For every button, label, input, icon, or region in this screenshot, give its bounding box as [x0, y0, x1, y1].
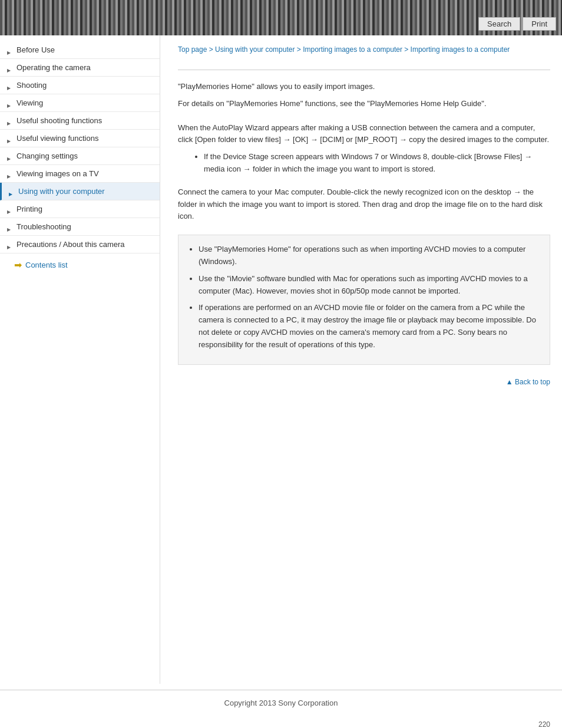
- sidebar-item-changing-settings[interactable]: Changing settings: [0, 147, 160, 165]
- sidebar-item-precautions[interactable]: Precautions / About this camera: [0, 236, 160, 253]
- search-button[interactable]: Search: [478, 17, 520, 31]
- intro-text1: "PlayMemories Home" allows you to easily…: [178, 81, 550, 93]
- sidebar-label-printing: Printing: [16, 205, 42, 213]
- content-area: Top page > Using with your computer > Im…: [160, 35, 562, 684]
- breadcrumb-sep3: >: [404, 45, 410, 54]
- arrow-icon: [7, 47, 13, 53]
- note-item-3: If operations are performed on an AVCHD …: [199, 302, 539, 351]
- note-item-2: Use the "iMovie" software bundled with M…: [199, 273, 539, 298]
- sidebar-label-viewing: Viewing: [16, 98, 43, 107]
- sidebar-label-operating-camera: Operating the camera: [16, 63, 91, 72]
- breadcrumb-sep2: >: [297, 45, 303, 54]
- arrow-icon: [7, 118, 13, 124]
- sidebar-item-troubleshooting[interactable]: Troubleshooting: [0, 218, 160, 236]
- header: Search Print: [0, 0, 562, 35]
- mac-text: Connect the camera to your Mac computer.…: [178, 186, 550, 223]
- breadcrumb: Top page > Using with your computer > Im…: [178, 35, 550, 64]
- header-button-group: Search Print: [478, 17, 556, 31]
- sidebar-item-using-computer[interactable]: Using with your computer: [0, 183, 160, 200]
- mac-section: Connect the camera to your Mac computer.…: [178, 186, 550, 223]
- arrow-icon: [7, 65, 13, 71]
- arrow-icon: [9, 189, 15, 195]
- arrow-icon: [7, 242, 13, 248]
- breadcrumb-top-page[interactable]: Top page: [178, 45, 207, 54]
- intro-section: "PlayMemories Home" allows you to easily…: [178, 81, 550, 110]
- sidebar-item-shooting[interactable]: Shooting: [0, 77, 160, 94]
- sidebar-label-precautions: Precautions / About this camera: [16, 240, 125, 249]
- arrow-icon: [7, 83, 13, 88]
- section-divider: [178, 70, 550, 70]
- footer: Copyright 2013 Sony Corporation: [0, 690, 562, 716]
- breadcrumb-importing-images[interactable]: Importing images to a computer: [303, 45, 402, 54]
- sidebar-item-viewing-tv[interactable]: Viewing images on a TV: [0, 165, 160, 183]
- windows-text: When the AutoPlay Wizard appears after m…: [178, 122, 550, 147]
- windows-section: When the AutoPlay Wizard appears after m…: [178, 122, 550, 176]
- sidebar-item-printing[interactable]: Printing: [0, 200, 160, 218]
- print-button[interactable]: Print: [523, 17, 556, 31]
- sidebar-label-useful-shooting: Useful shooting functions: [16, 116, 102, 125]
- sidebar-label-useful-viewing: Useful viewing functions: [16, 134, 98, 143]
- breadcrumb-using-computer[interactable]: Using with your computer: [215, 45, 295, 54]
- note-item-1: Use "PlayMemories Home" for operations s…: [199, 243, 539, 268]
- breadcrumb-importing-images2[interactable]: Importing images to a computer: [411, 45, 510, 54]
- page-number-value: 220: [538, 720, 550, 728]
- sidebar-label-before-use: Before Use: [16, 45, 55, 54]
- breadcrumb-sep1: >: [209, 45, 215, 54]
- windows-bullet: If the Device Stage screen appears with …: [204, 151, 550, 176]
- sidebar-item-viewing[interactable]: Viewing: [0, 94, 160, 112]
- sidebar-label-viewing-tv: Viewing images on a TV: [16, 169, 99, 178]
- page-number: 220: [0, 716, 562, 728]
- sidebar-item-useful-viewing[interactable]: Useful viewing functions: [0, 130, 160, 147]
- main-layout: Before Use Operating the camera Shooting…: [0, 35, 562, 684]
- back-to-top: ▲ Back to top: [178, 371, 550, 391]
- sidebar-label-using-computer: Using with your computer: [18, 187, 105, 196]
- contents-list-label: Contents list: [25, 261, 68, 269]
- windows-bullet-item: If the Device Stage screen appears with …: [196, 151, 550, 176]
- sidebar-label-changing-settings: Changing settings: [16, 151, 78, 160]
- note-list: Use "PlayMemories Home" for operations s…: [199, 243, 539, 351]
- note-box: Use "PlayMemories Home" for operations s…: [178, 235, 550, 364]
- arrow-icon: [7, 153, 13, 159]
- windows-bullet-list: If the Device Stage screen appears with …: [204, 151, 550, 176]
- sidebar-label-shooting: Shooting: [16, 81, 47, 90]
- sidebar: Before Use Operating the camera Shooting…: [0, 35, 160, 684]
- back-to-top-link[interactable]: ▲ Back to top: [506, 378, 550, 386]
- sidebar-item-operating-camera[interactable]: Operating the camera: [0, 59, 160, 77]
- copyright-text: Copyright 2013 Sony Corporation: [224, 699, 338, 707]
- intro-text2: For details on "PlayMemories Home" funct…: [178, 98, 550, 110]
- arrow-icon: [7, 171, 13, 177]
- arrow-icon: [7, 136, 13, 141]
- sidebar-item-before-use[interactable]: Before Use: [0, 41, 160, 59]
- arrow-icon: [7, 224, 13, 230]
- sidebar-item-useful-shooting[interactable]: Useful shooting functions: [0, 112, 160, 130]
- contents-list-link[interactable]: ➡ Contents list: [0, 253, 160, 276]
- arrow-icon: [7, 100, 13, 106]
- sidebar-label-troubleshooting: Troubleshooting: [16, 222, 71, 231]
- contents-list-arrow-icon: ➡: [14, 259, 22, 271]
- arrow-icon: [7, 206, 13, 212]
